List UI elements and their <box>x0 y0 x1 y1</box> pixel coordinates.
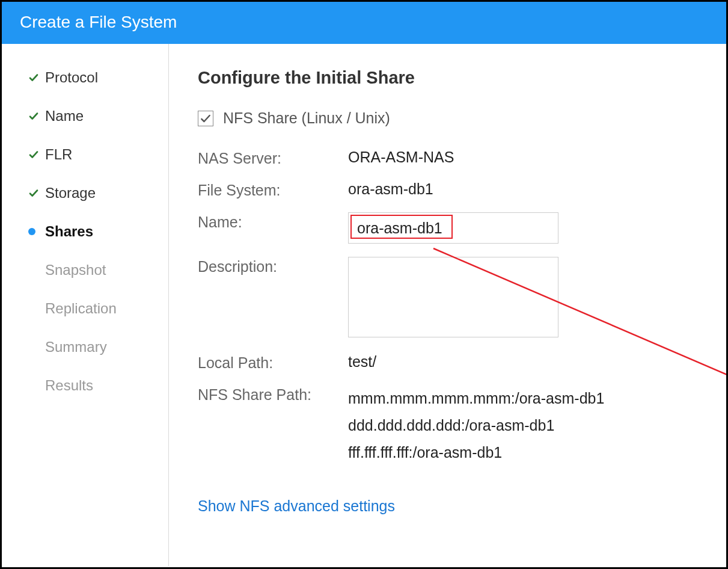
check-icon <box>28 149 45 160</box>
sidebar-item-label: Results <box>45 377 93 394</box>
sidebar-item-label: Replication <box>45 300 117 317</box>
file-system-row: File System: ora-asm-db1 <box>198 180 697 199</box>
content-container: Protocol Name FLR Storage Shares <box>2 44 726 566</box>
sidebar-item-snapshot[interactable]: Snapshot <box>28 251 168 289</box>
nfs-path-item: mmm.mmm.mmm.mmm:/ora-asm-db1 <box>348 385 604 412</box>
local-path-row: Local Path: test/ <box>198 353 697 372</box>
sidebar-item-storage[interactable]: Storage <box>28 174 168 212</box>
nfs-path-item: fff.fff.fff.fff:/ora-asm-db1 <box>348 439 604 466</box>
dialog-header: Create a File System <box>2 2 726 44</box>
nfs-share-path-row: NFS Share Path: mmm.mmm.mmm.mmm:/ora-asm… <box>198 385 697 466</box>
sidebar-item-label: Protocol <box>45 69 98 86</box>
sidebar-item-summary[interactable]: Summary <box>28 328 168 366</box>
check-icon <box>28 188 45 198</box>
sidebar-item-flr[interactable]: FLR <box>28 135 168 174</box>
nfs-path-item: ddd.ddd.ddd.ddd:/ora-asm-db1 <box>348 412 604 439</box>
sidebar-item-label: Shares <box>45 223 93 240</box>
show-advanced-settings-link[interactable]: Show NFS advanced settings <box>198 497 395 515</box>
sidebar-item-label: Summary <box>45 339 107 355</box>
local-path-value: test/ <box>348 353 697 371</box>
sidebar-item-shares[interactable]: Shares <box>28 212 168 251</box>
check-icon <box>28 111 45 121</box>
sidebar-item-label: Storage <box>45 185 96 201</box>
nas-server-row: NAS Server: ORA-ASM-NAS <box>198 149 697 167</box>
local-path-label: Local Path: <box>198 353 348 372</box>
name-row: Name: <box>198 212 697 244</box>
sidebar-item-name[interactable]: Name <box>28 97 168 135</box>
nfs-share-path-label: NFS Share Path: <box>198 385 348 404</box>
file-system-value: ora-asm-db1 <box>348 180 697 198</box>
nfs-share-checkbox-row: NFS Share (Linux / Unix) <box>198 109 697 127</box>
page-title: Configure the Initial Share <box>198 68 697 88</box>
current-dot-icon <box>28 228 45 235</box>
check-icon <box>28 72 45 83</box>
sidebar-item-replication[interactable]: Replication <box>28 289 168 328</box>
file-system-label: File System: <box>198 180 348 199</box>
sidebar-item-protocol[interactable]: Protocol <box>28 58 168 97</box>
nas-server-value: ORA-ASM-NAS <box>348 149 697 166</box>
nfs-share-path-values: mmm.mmm.mmm.mmm:/ora-asm-db1 ddd.ddd.ddd… <box>348 385 604 466</box>
sidebar-item-results[interactable]: Results <box>28 366 168 405</box>
description-row: Description: <box>198 257 697 340</box>
sidebar-item-label: FLR <box>45 146 72 163</box>
nfs-share-checkbox[interactable] <box>198 111 213 126</box>
name-input[interactable] <box>348 212 558 244</box>
nas-server-label: NAS Server: <box>198 149 348 167</box>
name-label: Name: <box>198 212 348 231</box>
wizard-sidebar: Protocol Name FLR Storage Shares <box>2 44 169 566</box>
dialog-title: Create a File System <box>20 13 177 31</box>
sidebar-item-label: Name <box>45 108 84 125</box>
nfs-share-checkbox-label: NFS Share (Linux / Unix) <box>223 109 390 127</box>
description-input[interactable] <box>348 257 558 337</box>
sidebar-item-label: Snapshot <box>45 262 106 278</box>
main-content: Configure the Initial Share NFS Share (L… <box>169 44 726 566</box>
description-label: Description: <box>198 257 348 275</box>
